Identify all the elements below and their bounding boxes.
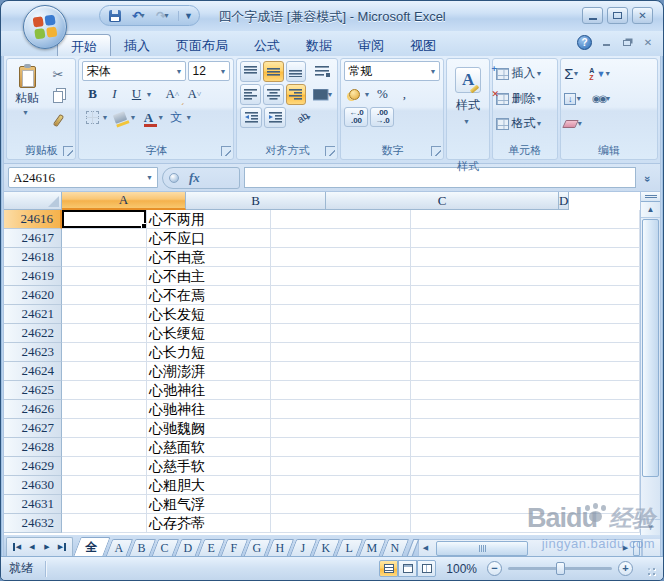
cell-column-c[interactable] (271, 476, 411, 495)
close-button[interactable]: ✕ (632, 7, 653, 24)
row-header[interactable]: 24624 (4, 362, 62, 381)
paste-dropdown-icon[interactable]: ▼ (22, 109, 29, 116)
font-name-select[interactable]: 宋体▼ (82, 61, 186, 81)
cell-column-a[interactable] (62, 267, 147, 286)
zoom-slider[interactable] (508, 567, 612, 570)
ribbon-tab[interactable]: 开始 (57, 34, 111, 56)
row-header[interactable]: 24623 (4, 343, 62, 362)
insert-dropdown-icon[interactable]: ▼ (536, 70, 543, 77)
row-header[interactable]: 24617 (4, 229, 62, 248)
phonetic-dropdown-icon[interactable]: ▼ (185, 114, 192, 121)
ribbon-tab[interactable]: 公式 (241, 34, 293, 56)
cell-column-c[interactable] (271, 419, 411, 438)
increase-indent-button[interactable] (264, 107, 286, 128)
format-dropdown-icon[interactable]: ▼ (536, 120, 543, 127)
borders-dropdown-icon[interactable]: ▼ (101, 114, 108, 121)
autosum-dropdown-icon[interactable]: ▼ (572, 70, 579, 77)
row-header[interactable]: 24622 (4, 324, 62, 343)
cell-column-c[interactable] (271, 248, 411, 267)
row-header[interactable]: 24632 (4, 514, 62, 533)
cell-styles-button[interactable]: A 样式 ▼ (450, 61, 485, 157)
number-dialog-launcher-icon[interactable] (431, 146, 441, 156)
cell-column-d[interactable] (411, 305, 640, 324)
underline-dropdown-icon[interactable]: ▼ (145, 91, 152, 98)
name-box[interactable]: A24616 ▼ (8, 167, 158, 188)
cell-column-c[interactable] (271, 495, 411, 514)
sort-dropdown-icon[interactable]: ▼ (604, 70, 611, 77)
merge-dropdown-icon[interactable]: ▼ (326, 91, 333, 98)
cell-column-d[interactable] (411, 457, 640, 476)
merge-center-button[interactable]: ▼ (312, 84, 334, 105)
paste-button[interactable]: 粘贴 ▼ (10, 61, 44, 141)
cell-column-a[interactable] (62, 305, 147, 324)
zoom-level[interactable]: 100% (442, 562, 481, 576)
underline-button[interactable]: U (126, 84, 146, 104)
first-sheet-icon[interactable]: ◀ (10, 540, 24, 555)
cell-column-d[interactable] (411, 381, 640, 400)
cell-column-a[interactable] (62, 381, 147, 400)
shrink-font-button[interactable]: A˅ (184, 84, 204, 104)
zoom-slider-thumb[interactable] (556, 562, 565, 575)
name-box-dropdown-icon[interactable]: ▼ (146, 174, 153, 182)
cell-column-d[interactable] (411, 210, 640, 229)
row-header[interactable]: 24626 (4, 400, 62, 419)
cell-column-c[interactable] (271, 381, 411, 400)
increase-decimal-button[interactable]: ←.0.00 (344, 107, 368, 127)
vertical-scrollbar-thumb[interactable] (642, 219, 659, 477)
clipboard-dialog-launcher-icon[interactable] (63, 146, 73, 156)
cell-column-b[interactable]: 心长绠短 (147, 324, 271, 343)
font-color-dropdown-icon[interactable]: ▼ (157, 114, 164, 121)
cell-column-d[interactable] (411, 476, 640, 495)
insert-cells-button[interactable]: + 插入▼ (496, 61, 555, 86)
row-header[interactable]: 24629 (4, 457, 62, 476)
cell-column-d[interactable] (411, 419, 640, 438)
format-cells-button[interactable]: 格式▼ (496, 111, 555, 136)
bold-button[interactable]: B (82, 84, 102, 104)
cell-column-d[interactable] (411, 400, 640, 419)
cell-column-b[interactable]: 心粗胆大 (147, 476, 271, 495)
cell-column-c[interactable] (271, 514, 411, 533)
sort-filter-button[interactable]: AZ▼▼ (589, 67, 611, 81)
borders-button[interactable] (82, 107, 102, 127)
office-button[interactable] (23, 5, 67, 49)
comma-button[interactable]: , (394, 84, 414, 104)
cell-column-c[interactable] (271, 229, 411, 248)
cell-column-c[interactable] (271, 457, 411, 476)
find-dropdown-icon[interactable]: ▼ (605, 95, 612, 102)
cell-column-a[interactable] (62, 286, 147, 305)
align-top-button[interactable] (240, 61, 261, 82)
decrease-decimal-button[interactable]: .00→.0 (370, 107, 394, 127)
vertical-scrollbar[interactable]: ▲ ▼ (640, 192, 660, 535)
insert-function-button[interactable]: fx (162, 167, 240, 189)
cell-column-c[interactable] (271, 324, 411, 343)
italic-button[interactable]: I (104, 84, 124, 104)
cell-column-a[interactable] (62, 419, 147, 438)
ribbon-tab[interactable]: 数据 (293, 34, 345, 56)
normal-view-button[interactable] (379, 560, 398, 577)
font-color-button[interactable]: A (138, 107, 158, 127)
workbook-minimize-button[interactable] (599, 37, 613, 48)
minimize-button[interactable] (582, 7, 603, 24)
row-header[interactable]: 24625 (4, 381, 62, 400)
cell-column-a[interactable] (62, 476, 147, 495)
resize-grip[interactable] (643, 563, 655, 575)
cell-column-b[interactable]: 心不在焉 (147, 286, 271, 305)
font-size-select[interactable]: 12▼ (188, 61, 230, 81)
cell-column-a[interactable] (62, 248, 147, 267)
row-header[interactable]: 24630 (4, 476, 62, 495)
cell-column-b[interactable]: 心驰魏阙 (147, 419, 271, 438)
last-sheet-icon[interactable]: ▶ (55, 540, 69, 555)
scroll-left-icon[interactable]: ◀ (419, 541, 432, 556)
cell-column-b[interactable]: 心潮澎湃 (147, 362, 271, 381)
cell-column-b[interactable]: 心驰神往 (147, 400, 271, 419)
font-dialog-launcher-icon[interactable] (221, 146, 231, 156)
cell-column-b[interactable]: 心存芥蒂 (147, 514, 271, 533)
zoom-out-button[interactable]: − (487, 561, 502, 576)
horizontal-scrollbar-thumb[interactable] (436, 541, 528, 556)
currency-dropdown-icon[interactable]: ▼ (363, 91, 370, 98)
scroll-down-icon[interactable]: ▼ (641, 519, 660, 535)
cell-column-b[interactable]: 心粗气浮 (147, 495, 271, 514)
expand-formula-bar-icon[interactable]: » (642, 170, 654, 186)
fill-color-dropdown-icon[interactable]: ▼ (129, 114, 136, 121)
find-select-button[interactable]: ◉◉▼ (592, 93, 611, 104)
